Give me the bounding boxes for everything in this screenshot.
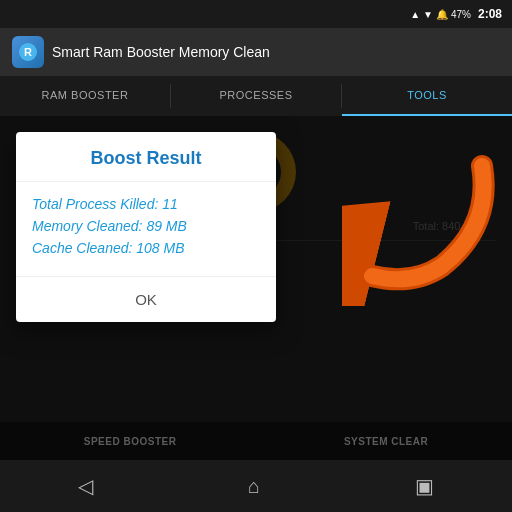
app-icon: R	[12, 36, 44, 68]
tab-bar: RAM BOOSTER PROCESSES TOOLS	[0, 76, 512, 116]
back-icon: ◁	[78, 474, 93, 498]
arrow-icon	[342, 146, 502, 306]
back-button[interactable]: ◁	[78, 474, 93, 498]
signal-icon: ▲	[410, 9, 420, 20]
tab-ram-booster[interactable]: RAM BOOSTER	[0, 76, 170, 116]
dialog-actions: OK	[16, 276, 276, 322]
status-bar: ▲ ▼ 🔔 47% 2:08	[0, 0, 512, 28]
phone-frame: ▲ ▼ 🔔 47% 2:08 R Smart Ram Booster Memor…	[0, 0, 512, 512]
dialog-line-3: Cache Cleaned: 108 MB	[32, 240, 260, 256]
bottom-nav: ◁ ⌂ ▣	[0, 460, 512, 512]
ok-button[interactable]: OK	[111, 285, 181, 314]
recent-icon: ▣	[415, 474, 434, 498]
dialog-line-1: Total Process Killed: 11	[32, 196, 260, 212]
arrow-container	[342, 146, 502, 306]
dialog-title: Boost Result	[16, 132, 276, 182]
boost-result-dialog: Boost Result Total Process Killed: 11 Me…	[16, 132, 276, 322]
home-button[interactable]: ⌂	[248, 475, 260, 498]
svg-text:R: R	[24, 46, 32, 58]
recent-button[interactable]: ▣	[415, 474, 434, 498]
tab-tools[interactable]: TOOLS	[342, 76, 512, 116]
wifi-icon: ▼	[423, 9, 433, 20]
dialog-body: Total Process Killed: 11 Memory Cleaned:…	[16, 182, 276, 276]
app-title: Smart Ram Booster Memory Clean	[52, 44, 270, 60]
dialog-line-2: Memory Cleaned: 89 MB	[32, 218, 260, 234]
status-time: 2:08	[478, 7, 502, 21]
battery-percent: 47%	[451, 9, 471, 20]
volume-icon: 🔔	[436, 9, 448, 20]
status-icons: ▲ ▼ 🔔 47% 2:08	[410, 7, 502, 21]
home-icon: ⌂	[248, 475, 260, 498]
main-content: Total: 840 MB BATTERY INFO Level: 47% SP…	[0, 116, 512, 460]
app-header: R Smart Ram Booster Memory Clean	[0, 28, 512, 76]
tab-processes[interactable]: PROCESSES	[171, 76, 341, 116]
